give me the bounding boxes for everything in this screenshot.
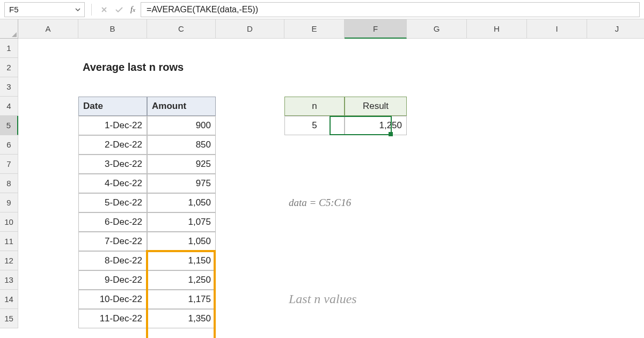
cell-E15[interactable] bbox=[284, 309, 345, 328]
cell-B15[interactable]: 11-Dec-22 bbox=[78, 309, 147, 328]
cell-B9[interactable]: 5-Dec-22 bbox=[78, 193, 147, 212]
cell-E10[interactable] bbox=[284, 212, 345, 232]
cell-E1[interactable] bbox=[284, 39, 345, 58]
cell-F1[interactable] bbox=[345, 39, 407, 58]
row-header-4[interactable]: 4 bbox=[0, 97, 18, 116]
cell-E8[interactable] bbox=[284, 174, 345, 193]
cell-D13[interactable] bbox=[216, 270, 284, 290]
cell-D5[interactable] bbox=[216, 116, 284, 135]
row-header-6[interactable]: 6 bbox=[0, 135, 18, 155]
cell-E7[interactable] bbox=[284, 155, 345, 174]
cell-E9[interactable]: data = C5:C16 bbox=[284, 193, 345, 212]
row-header-1[interactable]: 1 bbox=[0, 39, 18, 58]
cell-J6[interactable] bbox=[587, 135, 644, 155]
row-header-13[interactable]: 13 bbox=[0, 270, 18, 290]
cell-I11[interactable] bbox=[527, 232, 587, 251]
cell-A9[interactable] bbox=[18, 193, 78, 212]
cell-F10[interactable] bbox=[345, 212, 407, 232]
col-header-D[interactable]: D bbox=[216, 19, 284, 39]
cell-G11[interactable] bbox=[407, 232, 467, 251]
cell-C15[interactable]: 1,350 bbox=[147, 309, 216, 328]
cell-I13[interactable] bbox=[527, 270, 587, 290]
cell-E12[interactable] bbox=[284, 251, 345, 270]
cell-C2[interactable] bbox=[147, 58, 216, 77]
select-all-corner[interactable] bbox=[0, 19, 18, 39]
cell-D4[interactable] bbox=[216, 97, 284, 116]
cell-E11[interactable] bbox=[284, 232, 345, 251]
cell-B10[interactable]: 6-Dec-22 bbox=[78, 212, 147, 232]
cell-H5[interactable] bbox=[467, 116, 527, 135]
cell-J2[interactable] bbox=[587, 58, 644, 77]
cell-E6[interactable] bbox=[284, 135, 345, 155]
col-header-E[interactable]: E bbox=[284, 19, 345, 39]
cell-C14[interactable]: 1,175 bbox=[147, 290, 216, 309]
cell-B12[interactable]: 8-Dec-22 bbox=[78, 251, 147, 270]
cell-A8[interactable] bbox=[18, 174, 78, 193]
cell-A2[interactable] bbox=[18, 58, 78, 77]
cell-A14[interactable] bbox=[18, 290, 78, 309]
cell-J13[interactable] bbox=[587, 270, 644, 290]
cell-C6[interactable]: 850 bbox=[147, 135, 216, 155]
cell-C9[interactable]: 1,050 bbox=[147, 193, 216, 212]
cell-J8[interactable] bbox=[587, 174, 644, 193]
cell-A10[interactable] bbox=[18, 212, 78, 232]
cell-A11[interactable] bbox=[18, 232, 78, 251]
formula-input[interactable]: =AVERAGE(TAKE(data,-E5)) bbox=[141, 2, 640, 17]
cell-A4[interactable] bbox=[18, 97, 78, 116]
cell-G8[interactable] bbox=[407, 174, 467, 193]
cell-J4[interactable] bbox=[587, 97, 644, 116]
cell-J1[interactable] bbox=[587, 39, 644, 58]
cell-F2[interactable] bbox=[345, 58, 407, 77]
cell-F12[interactable] bbox=[345, 251, 407, 270]
col-header-I[interactable]: I bbox=[527, 19, 587, 39]
cell-G1[interactable] bbox=[407, 39, 467, 58]
cell-C4[interactable]: Amount bbox=[147, 97, 216, 116]
cell-F7[interactable] bbox=[345, 155, 407, 174]
cell-I12[interactable] bbox=[527, 251, 587, 270]
cell-G13[interactable] bbox=[407, 270, 467, 290]
row-header-14[interactable]: 14 bbox=[0, 290, 18, 309]
cell-G10[interactable] bbox=[407, 212, 467, 232]
cell-C10[interactable]: 1,075 bbox=[147, 212, 216, 232]
cell-B13[interactable]: 9-Dec-22 bbox=[78, 270, 147, 290]
col-header-J[interactable]: J bbox=[587, 19, 644, 39]
cell-F5[interactable]: 1,250 bbox=[345, 116, 407, 135]
row-header-11[interactable]: 11 bbox=[0, 232, 18, 251]
cell-C3[interactable] bbox=[147, 77, 216, 97]
cell-E2[interactable] bbox=[284, 58, 345, 77]
cell-C8[interactable]: 975 bbox=[147, 174, 216, 193]
col-header-G[interactable]: G bbox=[407, 19, 467, 39]
row-header-9[interactable]: 9 bbox=[0, 193, 18, 212]
row-header-10[interactable]: 10 bbox=[0, 212, 18, 232]
cell-D9[interactable] bbox=[216, 193, 284, 212]
cell-F9[interactable] bbox=[345, 193, 407, 212]
cell-A12[interactable] bbox=[18, 251, 78, 270]
cell-J12[interactable] bbox=[587, 251, 644, 270]
cell-H13[interactable] bbox=[467, 270, 527, 290]
cell-F14[interactable] bbox=[345, 290, 407, 309]
cell-D6[interactable] bbox=[216, 135, 284, 155]
cell-D10[interactable] bbox=[216, 212, 284, 232]
cell-J3[interactable] bbox=[587, 77, 644, 97]
cell-B11[interactable]: 7-Dec-22 bbox=[78, 232, 147, 251]
cell-I5[interactable] bbox=[527, 116, 587, 135]
row-header-2[interactable]: 2 bbox=[0, 58, 18, 77]
cell-C11[interactable]: 1,050 bbox=[147, 232, 216, 251]
cell-G6[interactable] bbox=[407, 135, 467, 155]
cell-D15[interactable] bbox=[216, 309, 284, 328]
cell-B4[interactable]: Date bbox=[78, 97, 147, 116]
cell-I4[interactable] bbox=[527, 97, 587, 116]
cell-C5[interactable]: 900 bbox=[147, 116, 216, 135]
cell-I3[interactable] bbox=[527, 77, 587, 97]
cell-C13[interactable]: 1,250 bbox=[147, 270, 216, 290]
cell-D14[interactable] bbox=[216, 290, 284, 309]
row-header-8[interactable]: 8 bbox=[0, 174, 18, 193]
cell-G12[interactable] bbox=[407, 251, 467, 270]
cell-H4[interactable] bbox=[467, 97, 527, 116]
insert-function-button[interactable]: fx bbox=[128, 5, 137, 14]
cell-F15[interactable] bbox=[345, 309, 407, 328]
cell-I7[interactable] bbox=[527, 155, 587, 174]
col-header-C[interactable]: C bbox=[147, 19, 216, 39]
cell-F11[interactable] bbox=[345, 232, 407, 251]
cell-G14[interactable] bbox=[407, 290, 467, 309]
